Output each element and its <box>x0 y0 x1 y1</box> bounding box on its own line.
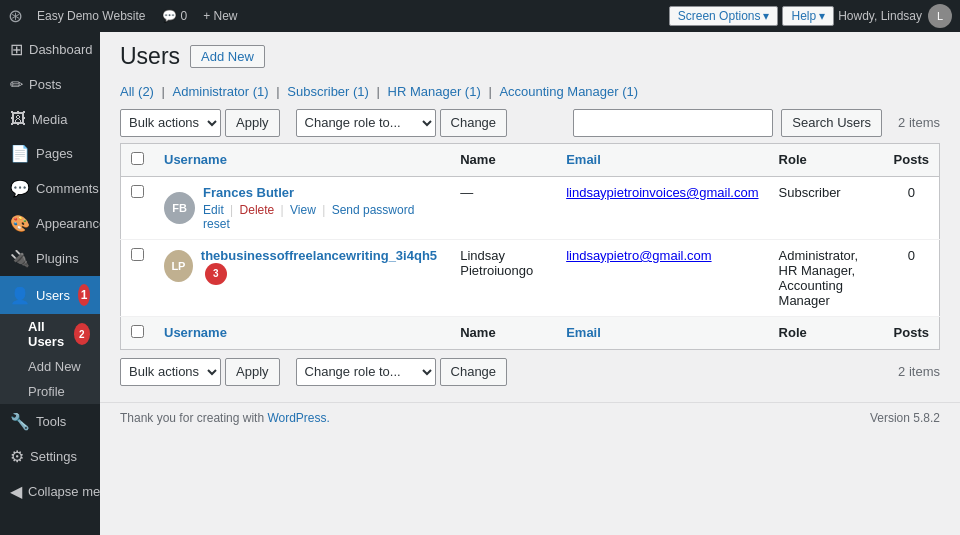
sidebar-item-plugins[interactable]: 🔌 Plugins <box>0 241 100 276</box>
sidebar-label-dashboard: Dashboard <box>29 42 93 57</box>
sidebar-label-plugins: Plugins <box>36 251 79 266</box>
row2-username-link[interactable]: thebusinessoffreelancewriting_3i4qh5 <box>201 248 437 263</box>
change-role-select-top[interactable]: Change role to... Subscriber Contributor… <box>296 109 436 137</box>
top-bar-right: Screen Options ▾ Help ▾ Howdy, Lindsay L <box>669 4 952 28</box>
new-content-link[interactable]: + New <box>195 0 245 32</box>
row1-checkbox-cell <box>121 176 155 239</box>
settings-icon: ⚙ <box>10 447 24 466</box>
row2-email-cell: lindsaypietro@gmail.com <box>556 239 768 316</box>
change-button-bottom[interactable]: Change <box>440 358 508 386</box>
sidebar-item-pages[interactable]: 📄 Pages <box>0 136 100 171</box>
change-button-top[interactable]: Change <box>440 109 508 137</box>
apply-button-bottom[interactable]: Apply <box>225 358 280 386</box>
site-name-link[interactable]: Easy Demo Website <box>29 0 154 32</box>
posts-col-header: Posts <box>884 143 940 176</box>
table-row: FB Frances Butler Edit | Delete | <box>121 176 940 239</box>
row2-name-cell: Lindsay Pietroiuongo <box>450 239 556 316</box>
users-table: Username Name Email Role Posts <box>120 143 940 350</box>
email-col-header: Email <box>556 143 768 176</box>
comments-link[interactable]: 💬 0 <box>154 0 196 32</box>
tablenav-top-left: Bulk actions Delete Apply Change role to… <box>120 109 507 137</box>
layout: ⊞ Dashboard ✏ Posts 🖼 Media 📄 Pages 💬 Co… <box>0 32 960 535</box>
bulk-actions-select-top[interactable]: Bulk actions Delete <box>120 109 221 137</box>
sidebar-submenu-all-users[interactable]: All Users 2 <box>0 314 100 354</box>
table-header-row: Username Name Email Role Posts <box>121 143 940 176</box>
sidebar-item-collapse[interactable]: ◀ Collapse menu <box>0 474 100 509</box>
sidebar-item-dashboard[interactable]: ⊞ Dashboard <box>0 32 100 67</box>
howdy-text: Howdy, Lindsay L <box>838 4 952 28</box>
table-row: LP thebusinessoffreelancewriting_3i4qh5 … <box>121 239 940 316</box>
filter-hr-manager[interactable]: HR Manager (1) <box>388 84 481 99</box>
add-new-button[interactable]: Add New <box>190 45 265 68</box>
role-col-header: Role <box>769 143 884 176</box>
help-button[interactable]: Help ▾ <box>782 6 834 26</box>
row2-annotation-badge-3: 3 <box>205 263 227 285</box>
table-footer-row: Username Name Email Role Posts <box>121 316 940 349</box>
screen-options-button[interactable]: Screen Options ▾ <box>669 6 779 26</box>
sidebar-item-posts[interactable]: ✏ Posts <box>0 67 100 102</box>
row1-delete-link[interactable]: Delete <box>240 203 275 217</box>
sidebar-item-tools[interactable]: 🔧 Tools <box>0 404 100 439</box>
filter-links: All (2) | Administrator (1) | Subscriber… <box>120 84 940 99</box>
sidebar-item-settings[interactable]: ⚙ Settings <box>0 439 100 474</box>
dashboard-icon: ⊞ <box>10 40 23 59</box>
users-annotation-badge-1: 1 <box>78 284 90 306</box>
select-all-footer-checkbox[interactable] <box>131 325 144 338</box>
sidebar-item-users[interactable]: 👤 Users 1 <box>0 276 100 314</box>
row1-actions: Edit | Delete | View | Send password res… <box>203 203 440 231</box>
email-sort-link[interactable]: Email <box>566 152 601 167</box>
sidebar-label-posts: Posts <box>29 77 62 92</box>
tablenav-bottom-right: 2 items <box>898 364 940 379</box>
row1-view-link[interactable]: View <box>290 203 316 217</box>
email-footer-sort-link[interactable]: Email <box>566 325 601 340</box>
comment-icon: 💬 <box>162 9 177 23</box>
users-submenu: All Users 2 Add New Profile <box>0 314 100 404</box>
filter-administrator[interactable]: Administrator (1) <box>173 84 269 99</box>
row2-posts-cell: 0 <box>884 239 940 316</box>
row2-role-cell: Administrator, HR Manager, Accounting Ma… <box>769 239 884 316</box>
row1-email-cell: lindsaypietroinvoices@gmail.com <box>556 176 768 239</box>
row1-name-cell: — <box>450 176 556 239</box>
collapse-icon: ◀ <box>10 482 22 501</box>
search-users-button[interactable]: Search Users <box>781 109 882 137</box>
sidebar-submenu-profile[interactable]: Profile <box>0 379 100 404</box>
username-footer-sort-link[interactable]: Username <box>164 325 227 340</box>
bulk-actions-select-bottom[interactable]: Bulk actions Delete <box>120 358 221 386</box>
page-title: Users <box>120 42 180 72</box>
footer-left: Thank you for creating with WordPress. <box>120 411 330 425</box>
sidebar-label-users: Users <box>36 288 70 303</box>
sidebar-label-collapse: Collapse menu <box>28 484 100 499</box>
username-sort-link[interactable]: Username <box>164 152 227 167</box>
items-count-top: 2 items <box>898 115 940 130</box>
tablenav-bottom-left: Bulk actions Delete Apply Change role to… <box>120 358 507 386</box>
sidebar-label-pages: Pages <box>36 146 73 161</box>
row1-role-cell: Subscriber <box>769 176 884 239</box>
appearance-icon: 🎨 <box>10 214 30 233</box>
sidebar-submenu-add-new[interactable]: Add New <box>0 354 100 379</box>
sidebar-label-media: Media <box>32 112 67 127</box>
page-header: Users Add New <box>120 42 940 72</box>
filter-all[interactable]: All (2) <box>120 84 154 99</box>
row2-avatar: LP <box>164 250 193 282</box>
row1-username-link[interactable]: Frances Butler <box>203 185 294 200</box>
filter-accounting-manager[interactable]: Accounting Manager (1) <box>499 84 638 99</box>
change-role-select-bottom[interactable]: Change role to... Subscriber Contributor… <box>296 358 436 386</box>
chevron-down-icon: ▾ <box>763 9 769 23</box>
row2-checkbox[interactable] <box>131 248 144 261</box>
row1-checkbox[interactable] <box>131 185 144 198</box>
select-all-checkbox[interactable] <box>131 152 144 165</box>
sidebar-label-settings: Settings <box>30 449 77 464</box>
sidebar-item-media[interactable]: 🖼 Media <box>0 102 100 136</box>
row1-edit-link[interactable]: Edit <box>203 203 224 217</box>
sidebar-item-appearance[interactable]: 🎨 Appearance <box>0 206 100 241</box>
filter-subscriber[interactable]: Subscriber (1) <box>287 84 369 99</box>
row2-email-link[interactable]: lindsaypietro@gmail.com <box>566 248 711 263</box>
apply-button-top[interactable]: Apply <box>225 109 280 137</box>
row1-username-cell: FB Frances Butler Edit | Delete | <box>154 176 450 239</box>
users-icon: 👤 <box>10 286 30 305</box>
row1-email-link[interactable]: lindsaypietroinvoices@gmail.com <box>566 185 758 200</box>
sidebar-item-comments[interactable]: 💬 Comments <box>0 171 100 206</box>
search-users-input[interactable] <box>573 109 773 137</box>
wordpress-link[interactable]: WordPress. <box>267 411 329 425</box>
tablenav-top-right: Search Users 2 items <box>573 109 940 137</box>
